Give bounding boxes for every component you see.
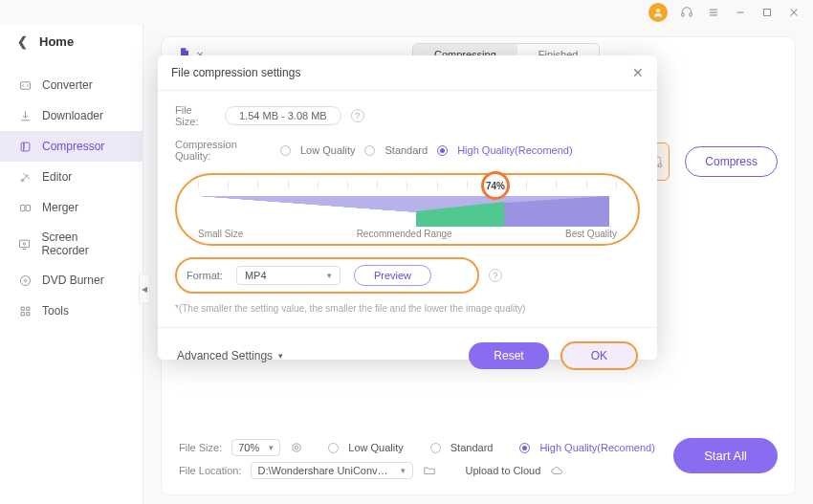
ok-button[interactable]: OK <box>560 341 638 370</box>
downloader-icon <box>17 108 33 123</box>
cloud-upload-icon[interactable] <box>550 464 563 477</box>
sidebar-item-label: Merger <box>42 201 78 214</box>
bottom-radio-standard[interactable] <box>430 443 441 453</box>
bottom-standard-label: Standard <box>450 442 494 453</box>
format-help-icon[interactable]: ? <box>489 269 502 282</box>
modal-title: File compression settings <box>171 66 300 79</box>
bottom-filesize-dropdown[interactable]: 70%▾ <box>231 439 280 456</box>
advanced-settings-toggle[interactable]: Advanced Settings ▾ <box>177 349 283 362</box>
radio-high-quality[interactable] <box>437 145 448 156</box>
sidebar: ❮ Home Converter Downloader Compressor E… <box>0 25 143 504</box>
converter-icon <box>17 77 33 93</box>
slider-handle[interactable]: 74% <box>481 171 510 200</box>
slider-best-label: Best Quality <box>565 229 617 239</box>
sidebar-item-label: Tools <box>42 304 69 318</box>
format-dropdown[interactable]: MP4▾ <box>236 266 341 285</box>
modal-close-icon[interactable]: ✕ <box>632 65 644 80</box>
svg-point-31 <box>296 446 299 449</box>
start-all-button[interactable]: Start All <box>673 438 778 473</box>
sidebar-item-editor[interactable]: Editor <box>0 162 143 192</box>
dvd-burner-icon <box>17 273 33 288</box>
svg-point-0 <box>656 9 660 12</box>
sidebar-item-screen-recorder[interactable]: Screen Recorder <box>0 223 143 265</box>
standard-quality-label: Standard <box>385 144 428 156</box>
svg-rect-27 <box>26 312 29 315</box>
svg-rect-2 <box>690 13 692 16</box>
sidebar-item-label: Downloader <box>42 109 103 122</box>
format-label: Format: <box>187 270 223 281</box>
svg-rect-26 <box>21 312 24 315</box>
support-icon[interactable] <box>679 5 694 20</box>
preview-button[interactable]: Preview <box>354 265 431 286</box>
sidebar-item-downloader[interactable]: Downloader <box>0 100 143 131</box>
tools-icon <box>17 303 33 318</box>
home-row[interactable]: ❮ Home <box>0 25 143 58</box>
home-label: Home <box>39 34 74 49</box>
compress-button[interactable]: Compress <box>685 146 778 177</box>
window-minimize-icon[interactable] <box>733 5 748 20</box>
menu-icon[interactable] <box>706 5 721 20</box>
sidebar-item-label: Compressor <box>42 140 104 153</box>
back-icon[interactable]: ❮ <box>17 34 28 49</box>
bottom-location-label: File Location: <box>179 465 241 476</box>
svg-point-20 <box>23 242 26 245</box>
sidebar-item-label: DVD Burner <box>42 274 104 287</box>
svg-rect-25 <box>26 307 29 310</box>
titlebar <box>0 0 813 25</box>
bottom-radio-high[interactable] <box>519 443 530 453</box>
svg-point-30 <box>293 444 300 451</box>
screen-recorder-icon <box>17 236 32 252</box>
filesize-label: File Size: <box>175 104 215 127</box>
open-folder-icon[interactable] <box>423 464 436 477</box>
svg-rect-7 <box>764 10 771 16</box>
bottom-location-dropdown[interactable]: D:\Wondershare UniConverter 1▾ <box>251 462 413 479</box>
help-icon[interactable]: ? <box>351 109 364 122</box>
svg-rect-17 <box>20 205 24 210</box>
merger-icon <box>17 200 33 215</box>
radio-standard-quality[interactable] <box>364 145 375 156</box>
sidebar-item-compressor[interactable]: Compressor <box>0 131 143 162</box>
slider-small-label: Small Size <box>198 229 243 239</box>
low-quality-label: Low Quality <box>300 144 355 156</box>
reset-button[interactable]: Reset <box>469 342 548 369</box>
bottom-filesize-label: File Size: <box>179 442 222 453</box>
chevron-down-icon: ▾ <box>278 351 283 361</box>
bottom-low-label: Low Quality <box>348 442 403 453</box>
sidebar-item-converter[interactable]: Converter <box>0 70 143 100</box>
target-icon[interactable] <box>290 441 303 454</box>
svg-point-29 <box>658 164 662 167</box>
bottom-bar: File Size: 70%▾ Low Quality Standard Hig… <box>179 439 778 485</box>
user-avatar[interactable] <box>648 3 668 22</box>
high-quality-label: High Quality(Recomend) <box>457 144 572 156</box>
svg-rect-11 <box>21 142 30 151</box>
editor-icon <box>17 169 33 185</box>
window-close-icon[interactable] <box>786 5 802 20</box>
svg-point-22 <box>20 275 30 285</box>
sidebar-item-merger[interactable]: Merger <box>0 192 143 223</box>
svg-rect-1 <box>682 13 684 16</box>
radio-low-quality[interactable] <box>280 145 291 156</box>
svg-rect-24 <box>21 307 24 310</box>
bottom-high-label: High Quality(Recomend) <box>539 442 654 453</box>
sidebar-item-label: Screen Recorder <box>41 230 125 257</box>
sidebar-item-label: Converter <box>42 78 93 92</box>
slider-recommended-label: Recommended Range <box>357 229 452 239</box>
filesize-range-input[interactable]: 1.54 MB - 3.08 MB <box>225 106 341 125</box>
sidebar-item-label: Editor <box>42 170 72 184</box>
compression-hint: *(The smaller the setting value, the sma… <box>175 303 640 314</box>
sidebar-item-tools[interactable]: Tools <box>0 296 143 326</box>
upload-cloud-label: Upload to Cloud <box>465 465 540 476</box>
compression-slider[interactable]: 74% Small Size Recommended Range Best Qu… <box>175 173 640 246</box>
quality-label: Compression Quality: <box>175 139 271 162</box>
compression-settings-modal: File compression settings ✕ File Size: 1… <box>158 55 657 360</box>
compressor-icon <box>17 139 33 154</box>
svg-rect-19 <box>20 240 30 248</box>
bottom-radio-low[interactable] <box>328 443 339 453</box>
sidebar-item-dvd-burner[interactable]: DVD Burner <box>0 265 143 296</box>
window-maximize-icon[interactable] <box>759 5 775 20</box>
svg-rect-18 <box>26 205 30 210</box>
svg-point-23 <box>24 279 27 282</box>
